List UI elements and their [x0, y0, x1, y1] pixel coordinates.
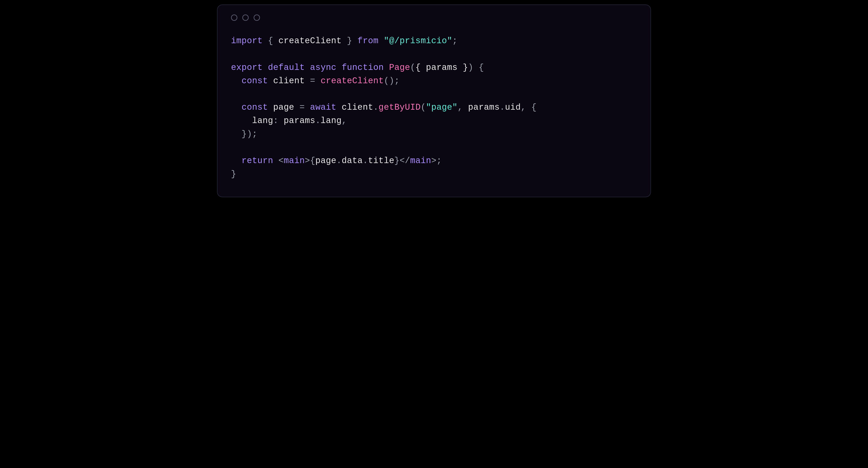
code-line: import { createClient } from "@/prismici…: [231, 34, 637, 48]
code-line: }: [231, 168, 637, 181]
code-line: });: [231, 127, 637, 141]
function-call: createClient: [320, 76, 384, 86]
code-line-blank: [231, 88, 637, 101]
maximize-icon[interactable]: [254, 14, 260, 21]
keyword-await: await: [310, 103, 337, 112]
code-editor-window: import { createClient } from "@/prismici…: [217, 4, 651, 197]
keyword-from: from: [358, 36, 378, 46]
string-literal: "page": [426, 103, 458, 112]
code-line: export default async function Page({ par…: [231, 61, 637, 75]
keyword-const: const: [242, 76, 268, 86]
keyword-import: import: [231, 36, 263, 46]
function-name: Page: [389, 63, 410, 72]
code-line: const client = createClient();: [231, 75, 637, 88]
code-line-blank: [231, 141, 637, 154]
code-content: import { createClient } from "@/prismici…: [217, 25, 651, 197]
code-line: return <main>{page.data.title}</main>;: [231, 154, 637, 168]
code-line: const page = await client.getByUID("page…: [231, 101, 637, 114]
code-line-blank: [231, 48, 637, 61]
close-icon[interactable]: [231, 14, 237, 21]
keyword-default: default: [268, 63, 305, 72]
keyword-return: return: [242, 156, 273, 166]
window-titlebar: [217, 5, 651, 25]
keyword-function: function: [342, 63, 383, 72]
keyword-const: const: [242, 103, 268, 112]
code-line: lang: params.lang,: [231, 114, 637, 127]
minimize-icon[interactable]: [242, 14, 249, 21]
keyword-async: async: [310, 63, 337, 72]
jsx-tag: main: [410, 156, 431, 166]
method-call: getByUID: [379, 103, 421, 112]
string-literal: "@/prismicio": [384, 36, 452, 46]
keyword-export: export: [231, 63, 263, 72]
jsx-tag: main: [284, 156, 305, 166]
